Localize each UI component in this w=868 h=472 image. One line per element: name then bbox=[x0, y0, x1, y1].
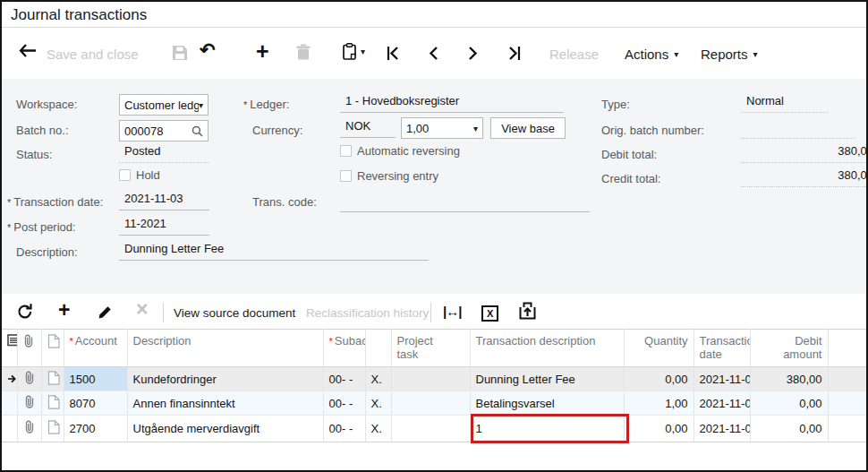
back-button[interactable] bbox=[18, 43, 38, 62]
file-icon bbox=[47, 371, 60, 385]
import-from-file-button[interactable] bbox=[518, 302, 537, 323]
add-record-button[interactable]: + bbox=[256, 39, 269, 64]
reversing-entry-checkbox[interactable]: Reversing entry bbox=[340, 169, 438, 183]
actions-menu-button[interactable]: Actions ▾ bbox=[625, 47, 678, 62]
attachment-cell[interactable] bbox=[17, 367, 41, 391]
edit-row-button[interactable] bbox=[97, 304, 114, 324]
debit-amount-cell[interactable]: 0,00 bbox=[750, 416, 828, 442]
batch-no-input[interactable]: 000078 bbox=[119, 120, 208, 142]
column-header-sub[interactable]: *Subaccount bbox=[323, 330, 365, 367]
chevron-down-icon: ▾ bbox=[199, 100, 203, 110]
description-cell[interactable]: Utgående merverdiavgift bbox=[127, 416, 323, 442]
column-header-project-task[interactable]: Project task bbox=[391, 330, 470, 367]
fit-width-icon: |↔| bbox=[443, 304, 461, 319]
workspace-select[interactable]: Customer ledger ▾ bbox=[119, 94, 208, 116]
currency-label: Currency: bbox=[252, 124, 302, 137]
debit-amount-cell[interactable]: 380,00 bbox=[750, 367, 828, 391]
sub-cell[interactable]: 00- - bbox=[323, 367, 365, 391]
attachments-column-header bbox=[17, 330, 41, 367]
account-cell[interactable]: 8070 bbox=[64, 391, 127, 416]
chevron-down-icon: ▾ bbox=[473, 124, 478, 133]
view-base-button[interactable]: View base bbox=[490, 117, 566, 139]
last-record-button[interactable] bbox=[507, 46, 522, 64]
account-cell[interactable]: 2700 bbox=[64, 416, 127, 442]
batch-no-label: Batch no.: bbox=[16, 124, 69, 137]
currency-code-input[interactable]: NOK bbox=[340, 119, 396, 138]
column-header-debit-amount[interactable]: Debit amount bbox=[750, 330, 828, 367]
description-cell[interactable]: Kundefordringer bbox=[127, 367, 323, 391]
sub-cell[interactable]: 00- - bbox=[323, 391, 365, 416]
table-row[interactable]: 8070 Annen finansinntekt 00- - X. Betali… bbox=[2, 391, 866, 416]
ledger-input[interactable]: 1 - Hovedboksregister bbox=[340, 94, 564, 113]
checkbox-icon bbox=[340, 170, 352, 182]
close-icon: × bbox=[136, 297, 148, 321]
column-header-description[interactable]: Description bbox=[127, 330, 323, 367]
note-cell[interactable] bbox=[41, 416, 64, 442]
project-task-cell[interactable] bbox=[391, 416, 470, 442]
clipboard-menu-button[interactable]: ▾ bbox=[343, 43, 365, 60]
quantity-cell[interactable]: 0,00 bbox=[624, 416, 694, 442]
transaction-description-cell[interactable]: Dunning Letter Fee bbox=[470, 367, 624, 391]
project-task-cell[interactable] bbox=[391, 391, 470, 416]
quantity-cell[interactable]: 0,00 bbox=[624, 367, 694, 391]
first-record-button[interactable] bbox=[386, 46, 400, 64]
transaction-date-cell[interactable]: 2021-11-03 bbox=[694, 391, 750, 416]
table-row[interactable]: 1500 Kundefordringer 00- - X. Dunning Le… bbox=[2, 367, 866, 391]
required-marker: * bbox=[7, 222, 11, 233]
row-selector-cell[interactable] bbox=[2, 391, 17, 416]
view-source-document-button[interactable]: View source document bbox=[174, 306, 295, 320]
note-cell[interactable] bbox=[41, 367, 64, 391]
row-selector-cell[interactable] bbox=[2, 367, 17, 391]
next-record-button[interactable] bbox=[468, 46, 479, 64]
quantity-cell[interactable]: 1,00 bbox=[624, 391, 694, 416]
account-cell[interactable]: 1500 bbox=[64, 367, 127, 391]
project-cell[interactable]: X. bbox=[365, 416, 391, 442]
column-header-account[interactable]: *Account bbox=[64, 330, 127, 367]
column-header-quantity[interactable]: Quantity bbox=[624, 330, 694, 367]
plus-icon: + bbox=[256, 39, 269, 64]
search-icon[interactable] bbox=[191, 125, 203, 137]
previous-record-button[interactable] bbox=[428, 46, 438, 64]
currency-rate-select[interactable]: 1,00 ▾ bbox=[401, 117, 483, 139]
batch-no-value: 000078 bbox=[124, 124, 191, 138]
debit-total-value: 380,00 bbox=[741, 144, 868, 163]
description-cell[interactable]: Annen finansinntekt bbox=[127, 391, 323, 416]
reports-menu-button[interactable]: Reports ▾ bbox=[701, 47, 758, 62]
transaction-date-cell[interactable]: 2021-11-03 bbox=[694, 367, 750, 391]
column-header-project[interactable] bbox=[365, 330, 391, 367]
column-header-transaction-date[interactable]: Transaction date bbox=[694, 330, 750, 367]
trans-code-label: Trans. code: bbox=[252, 195, 317, 209]
sub-cell[interactable]: 00- - bbox=[323, 416, 365, 442]
attachment-cell[interactable] bbox=[17, 416, 41, 442]
back-arrow-icon bbox=[18, 43, 38, 58]
undo-button[interactable]: ↶ bbox=[200, 39, 216, 61]
project-cell[interactable]: X. bbox=[365, 391, 391, 416]
transaction-description-cell[interactable]: Betalingsvarsel bbox=[470, 391, 624, 416]
trans-code-input[interactable] bbox=[340, 193, 590, 212]
fit-to-screen-button[interactable]: |↔| bbox=[443, 304, 461, 319]
paperclip-icon bbox=[24, 395, 35, 409]
project-task-cell[interactable] bbox=[391, 367, 470, 391]
ledger-label: Ledger: bbox=[250, 98, 289, 111]
description-input[interactable]: Dunning Letter Fee bbox=[119, 242, 429, 261]
project-cell[interactable]: X. bbox=[365, 367, 391, 391]
toolbar-divider bbox=[163, 303, 164, 322]
export-to-excel-button[interactable]: X bbox=[481, 305, 498, 322]
row-selector-cell[interactable] bbox=[2, 416, 17, 442]
hold-checkbox[interactable]: Hold bbox=[119, 168, 160, 182]
orig-batch-number-label: Orig. batch number: bbox=[601, 124, 704, 137]
transaction-date-cell[interactable]: 2021-11-03 bbox=[694, 416, 750, 442]
grid-settings-header[interactable] bbox=[2, 330, 17, 367]
transaction-date-input[interactable]: 2021-11-03 bbox=[119, 192, 209, 210]
post-period-input[interactable]: 11-2021 bbox=[119, 217, 209, 236]
floppy-disk-icon bbox=[172, 45, 188, 61]
debit-total-label: Debit total: bbox=[601, 148, 657, 161]
refresh-button[interactable] bbox=[16, 303, 34, 324]
add-row-button[interactable]: + bbox=[58, 298, 70, 322]
note-cell[interactable] bbox=[41, 391, 64, 416]
column-header-transaction-description[interactable]: Transaction description bbox=[470, 330, 624, 367]
table-row[interactable]: 2700 Utgående merverdiavgift 00- - X. 1 … bbox=[2, 416, 866, 442]
attachment-cell[interactable] bbox=[17, 391, 41, 416]
chevron-left-icon bbox=[428, 46, 438, 61]
debit-amount-cell[interactable]: 0,00 bbox=[750, 391, 828, 416]
